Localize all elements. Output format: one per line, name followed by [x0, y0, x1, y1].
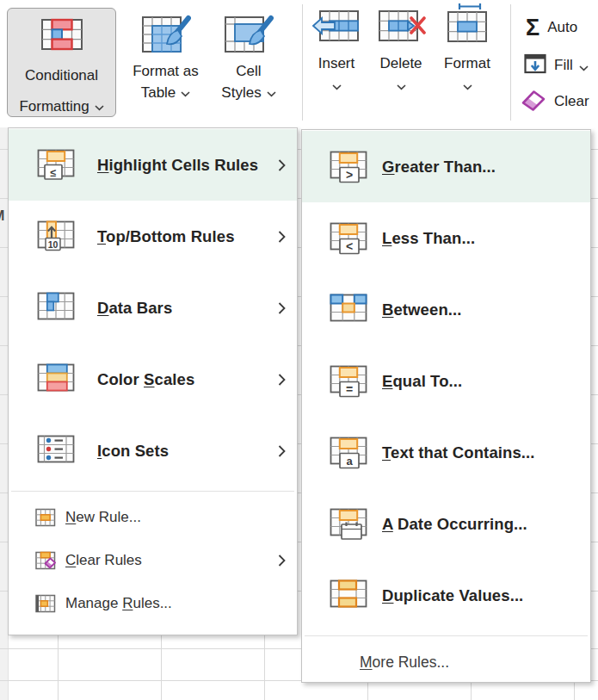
chevron-down-icon	[463, 78, 472, 94]
conditional-formatting-button[interactable]: Conditional Formatting	[7, 8, 116, 117]
chevron-right-icon	[278, 554, 286, 567]
fill-down-icon	[524, 53, 546, 79]
menu-item-label: Text that Contains...	[382, 443, 535, 462]
cell-styles-label-line1: Cell	[236, 60, 261, 82]
color-scales-icon	[37, 362, 77, 397]
new-rule-icon	[35, 508, 56, 527]
menu-item-a-date-occurring[interactable]: A Date Occurring...	[302, 488, 590, 560]
sheet-cell-text-fragment: M	[0, 208, 4, 224]
menu-item-more-rules[interactable]: More Rules...	[302, 641, 590, 684]
menu-item-label: Manage Rules...	[65, 595, 172, 612]
menu-item-label: More Rules...	[360, 654, 449, 672]
top-bottom-rules-icon: 10	[37, 220, 77, 254]
ribbon-group-divider	[510, 4, 511, 121]
svg-text:≤: ≤	[51, 166, 57, 178]
cell-styles-label-line2: Styles	[221, 82, 261, 103]
menu-item-label: Highlight Cells Rules	[97, 156, 258, 175]
delete-button[interactable]: Delete	[372, 7, 430, 94]
chevron-down-icon	[397, 78, 406, 94]
menu-item-greater-than[interactable]: >Greater Than...	[302, 131, 590, 202]
date-occurring-icon	[330, 507, 369, 542]
menu-item-clear-rules[interactable]: Clear Rules	[9, 539, 297, 582]
menu-item-label: Top/Bottom Rules	[97, 227, 235, 246]
menu-item-manage-rules[interactable]: Manage Rules...	[9, 582, 297, 625]
chevron-down-icon	[181, 82, 190, 103]
menu-item-data-bars[interactable]: Data Bars	[9, 272, 297, 344]
clear-label: Clear	[554, 93, 589, 110]
menu-separator	[11, 491, 294, 492]
conditional-formatting-label-line2: Formatting	[19, 96, 89, 117]
icon-sets-icon	[37, 434, 77, 468]
format-label: Format	[444, 55, 490, 72]
ribbon-group-divider	[302, 4, 303, 121]
manage-rules-icon	[35, 594, 56, 613]
clear-eraser-icon	[521, 88, 546, 116]
menu-item-new-rule[interactable]: New Rule...	[9, 496, 297, 539]
menu-item-label: A Date Occurring...	[382, 515, 527, 534]
menu-item-between[interactable]: Between...	[302, 274, 590, 345]
menu-item-duplicate-values[interactable]: Duplicate Values...	[302, 560, 590, 631]
sigma-icon: Σ	[526, 16, 539, 40]
format-as-table-button[interactable]: Format as Table	[120, 5, 212, 122]
menu-item-label: Greater Than...	[382, 158, 496, 177]
svg-text:10: 10	[48, 238, 59, 249]
insert-button[interactable]: Insert	[308, 7, 365, 94]
chevron-right-icon	[278, 373, 286, 387]
chevron-right-icon	[278, 230, 286, 244]
conditional-formatting-icon	[40, 17, 83, 55]
menu-item-label: Between...	[382, 300, 462, 319]
menu-item-label: Duplicate Values...	[382, 586, 523, 605]
menu-item-label: Data Bars	[97, 299, 172, 318]
menu-item-highlight-cells-rules[interactable]: ≤Highlight Cells Rules	[9, 129, 297, 201]
menu-item-top-bottom-rules[interactable]: 10Top/Bottom Rules	[9, 201, 297, 272]
chevron-down-icon	[267, 82, 276, 103]
menu-separator	[305, 635, 588, 636]
data-bars-icon	[37, 291, 77, 325]
chevron-down-icon	[95, 96, 104, 117]
duplicate-values-icon	[330, 579, 369, 613]
highlight-cells-rules-icon: ≤	[37, 148, 77, 183]
insert-cells-icon	[311, 7, 361, 50]
cell-styles-icon	[224, 14, 274, 60]
svg-text:a: a	[346, 454, 353, 467]
conditional-formatting-label-line1: Conditional	[25, 65, 98, 86]
format-cells-icon	[442, 2, 492, 50]
delete-label: Delete	[379, 55, 422, 72]
insert-label: Insert	[318, 55, 355, 72]
menu-item-label: Color Scales	[97, 370, 194, 389]
format-as-table-label-line1: Format as	[133, 60, 199, 82]
autosum-button[interactable]: Σ Auto	[526, 14, 577, 41]
chevron-right-icon	[278, 444, 286, 458]
highlight-cells-rules-submenu: >Greater Than...<Less Than...Between...=…	[301, 129, 591, 683]
menu-item-less-than[interactable]: <Less Than...	[302, 202, 590, 274]
equal-to-icon: =	[330, 364, 369, 399]
conditional-formatting-menu: ≤Highlight Cells Rules10Top/Bottom Rules…	[8, 127, 298, 635]
cell-styles-button[interactable]: Cell Styles	[212, 5, 286, 122]
chevron-down-icon	[332, 78, 342, 94]
menu-item-label: Less Than...	[382, 229, 475, 248]
menu-item-equal-to[interactable]: =Equal To...	[302, 345, 590, 417]
menu-item-color-scales[interactable]: Color Scales	[9, 344, 297, 415]
chevron-down-icon	[579, 59, 589, 76]
chevron-right-icon	[278, 301, 286, 315]
menu-item-label: New Rule...	[65, 509, 141, 526]
svg-text:=: =	[346, 381, 353, 395]
excel-ribbon: Conditional Formatting Format as Table C…	[0, 0, 598, 127]
chevron-right-icon	[278, 158, 286, 172]
menu-item-icon-sets[interactable]: Icon Sets	[9, 415, 297, 486]
menu-item-text-that-contains[interactable]: aText that Contains...	[302, 417, 590, 488]
clear-rules-icon	[35, 551, 56, 570]
fill-label: Fill	[554, 57, 573, 74]
svg-text:<: <	[346, 238, 353, 252]
between-icon	[330, 293, 369, 327]
svg-text:>: >	[346, 167, 353, 181]
text-contains-icon: a	[330, 436, 369, 470]
less-than-icon: <	[330, 221, 369, 256]
format-button[interactable]: Format	[437, 2, 497, 94]
clear-button[interactable]: Clear	[521, 88, 589, 115]
format-as-table-label-line2: Table	[141, 82, 176, 103]
delete-cells-icon	[376, 7, 426, 50]
menu-item-label: Equal To...	[382, 372, 462, 391]
menu-item-label: Icon Sets	[97, 442, 169, 461]
fill-button[interactable]: Fill	[524, 53, 589, 77]
